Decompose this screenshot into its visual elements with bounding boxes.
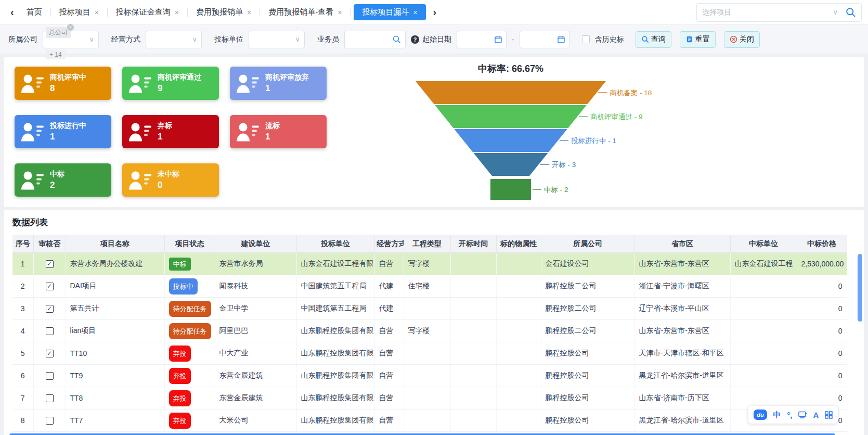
company-select[interactable]: 总公司× + 14 ∨ — [43, 31, 99, 48]
cell-bid-unit: 山东鹏程控股集团有限 — [296, 365, 374, 387]
tab-close-icon[interactable]: × — [95, 8, 99, 17]
column-header[interactable]: 所属公司 — [541, 235, 634, 253]
mode-select[interactable]: ∨ — [146, 31, 202, 48]
column-header[interactable]: 经营方式 — [374, 235, 404, 253]
cell-no: 6 — [12, 365, 33, 387]
table-row[interactable]: 4lian项目待分配任务阿里巴巴山东鹏程控股集团有限自营写字楼鹏程控股二公司山东… — [12, 320, 847, 342]
status-badge: 弃投 — [164, 365, 215, 387]
start-date-input[interactable] — [457, 31, 507, 48]
table-row[interactable]: 7TT8弃投东营金辰建筑山东鹏程控股集团有限自营鹏程控股公司山东省-济南市-历下… — [12, 387, 847, 410]
tab-close-icon[interactable]: × — [413, 8, 417, 17]
column-header[interactable]: 投标单位 — [296, 235, 374, 253]
column-header[interactable]: 项目状态 — [164, 235, 215, 253]
cell-open-time — [450, 387, 496, 410]
tab-close-icon[interactable]: × — [338, 8, 342, 17]
history-checkbox[interactable] — [582, 35, 590, 43]
card-title: 流标 — [265, 121, 280, 131]
status-card[interactable]: 流标1 — [230, 115, 327, 148]
checkbox-icon[interactable] — [46, 394, 54, 402]
tabs-forward-icon[interactable]: › — [429, 6, 441, 18]
ime-logo-icon[interactable]: du — [754, 410, 767, 420]
checkbox-icon[interactable]: ✓ — [46, 350, 54, 357]
column-header[interactable]: 省市区 — [634, 235, 730, 253]
tab-close-icon[interactable]: × — [247, 8, 251, 17]
column-header[interactable]: 审核否 — [33, 235, 66, 253]
table-row[interactable]: 6TT9弃投东营金辰建筑山东鹏程控股集团有限自营鹏程控股公司黑龙江省-哈尔滨市-… — [12, 365, 847, 387]
cell-mode: 自营 — [374, 387, 404, 410]
salesman-input[interactable] — [344, 31, 406, 48]
column-header[interactable]: 标的物属性 — [496, 235, 541, 253]
help-icon[interactable]: ? — [411, 35, 419, 44]
column-header[interactable]: 中标价格 — [797, 235, 847, 253]
tab-close-icon[interactable]: × — [175, 8, 179, 17]
cell-win-price: 0 — [797, 275, 847, 298]
row-checkbox[interactable] — [33, 365, 66, 387]
query-button[interactable]: 查询 — [636, 31, 671, 48]
funnel-slice[interactable] — [454, 129, 567, 152]
vertical-scrollbar[interactable] — [858, 254, 862, 322]
checkbox-icon[interactable] — [46, 372, 54, 380]
tab-label: 投标项目漏斗 — [362, 7, 409, 17]
column-header[interactable]: 项目名称 — [66, 235, 164, 253]
funnel-slice[interactable] — [416, 81, 606, 104]
checkbox-icon[interactable]: ✓ — [46, 260, 54, 268]
table-row[interactable]: 1✓东营水务局办公楼改建中标东营市水务局山东金石建设工程有限自营写字楼金石建设公… — [12, 253, 847, 275]
project-select[interactable]: 选择项目 ∨ — [696, 3, 862, 22]
mode-label: 经营方式 — [111, 35, 140, 44]
tab-3[interactable]: 投标保证金查询× — [108, 4, 187, 20]
column-header[interactable]: 工程类型 — [404, 235, 450, 253]
status-card[interactable]: 中标2 — [15, 163, 111, 197]
tab-1[interactable]: 首页 — [18, 4, 50, 20]
column-header[interactable]: 序号 — [12, 235, 33, 253]
status-card[interactable]: 未中标0 — [122, 163, 219, 197]
tab-6[interactable]: 投标项目漏斗× — [354, 4, 425, 20]
close-button[interactable]: 关闭 — [724, 31, 760, 48]
checkbox-icon[interactable]: ✓ — [46, 283, 54, 290]
cell-mode: 代建 — [374, 298, 404, 320]
funnel-label: 商机评审通过 - 9 — [590, 113, 643, 121]
user-stats-icon — [128, 73, 152, 94]
status-card[interactable]: 弃标1 — [122, 115, 219, 148]
table-row[interactable]: 3✓第五共计待分配任务金卫中学中国建筑第五工程局代建鹏程控股二公司辽宁省-本溪市… — [12, 298, 847, 320]
status-card[interactable]: 商机评审中8 — [15, 67, 111, 100]
checkbox-icon[interactable] — [46, 327, 54, 335]
checkbox-icon[interactable]: ✓ — [46, 305, 54, 313]
row-checkbox[interactable] — [33, 387, 66, 410]
funnel-slice[interactable] — [490, 179, 531, 200]
row-checkbox[interactable] — [33, 320, 66, 342]
tab-5[interactable]: 费用预报销单-查看× — [260, 4, 350, 20]
virtual-keyboard-icon[interactable] — [798, 411, 807, 419]
reset-button[interactable]: 重置 — [680, 31, 716, 48]
row-checkbox[interactable] — [33, 410, 66, 432]
table-row[interactable]: 8TT7弃投大米公司山东鹏程控股集团有限自营鹏程控股公司黑龙江省-哈尔滨市-道里… — [12, 410, 847, 432]
font-tool-icon[interactable]: A — [813, 411, 819, 419]
row-checkbox[interactable]: ✓ — [33, 275, 66, 298]
column-header[interactable]: 中标单位 — [730, 235, 797, 253]
company-more-tag[interactable]: + 14 — [46, 50, 66, 59]
end-date-input[interactable] — [520, 31, 569, 48]
checkbox-icon[interactable] — [46, 417, 54, 425]
tab-2[interactable]: 投标项目× — [51, 4, 107, 20]
table-row[interactable]: 2✓DAI项目投标中闻泰科技中国建筑第五工程局代建住宅楼鹏程控股二公司浙江省-宁… — [12, 275, 847, 298]
tabs-back-icon[interactable]: ‹ — [6, 6, 18, 18]
row-checkbox[interactable]: ✓ — [33, 342, 66, 365]
tag-close-icon[interactable]: × — [67, 24, 74, 31]
search-icon[interactable] — [845, 7, 856, 18]
column-header[interactable]: 建设单位 — [215, 235, 296, 253]
tab-4[interactable]: 费用预报销单× — [188, 4, 260, 20]
row-checkbox[interactable]: ✓ — [33, 253, 66, 275]
table-row[interactable]: 5✓TT10弃投中大产业山东鹏程控股集团有限自营鹏程控股公司天津市-天津市辖区-… — [12, 342, 847, 365]
bid-unit-select[interactable]: ∨ — [249, 31, 305, 48]
funnel-slice[interactable] — [473, 153, 548, 176]
cell-no: 7 — [12, 387, 33, 410]
chinese-mode-icon[interactable]: 中 — [773, 410, 781, 420]
row-checkbox[interactable]: ✓ — [33, 298, 66, 320]
cell-project-name: 第五共计 — [66, 298, 164, 320]
status-card[interactable]: 商机评审通过9 — [122, 67, 219, 100]
column-header[interactable]: 开标时间 — [450, 235, 496, 253]
menu-grid-icon[interactable] — [825, 411, 833, 419]
punctuation-icon[interactable]: °, — [787, 411, 792, 419]
funnel-slice[interactable] — [435, 105, 587, 128]
status-card[interactable]: 投标进行中1 — [15, 115, 111, 148]
status-card[interactable]: 商机评审放弃1 — [230, 67, 327, 100]
